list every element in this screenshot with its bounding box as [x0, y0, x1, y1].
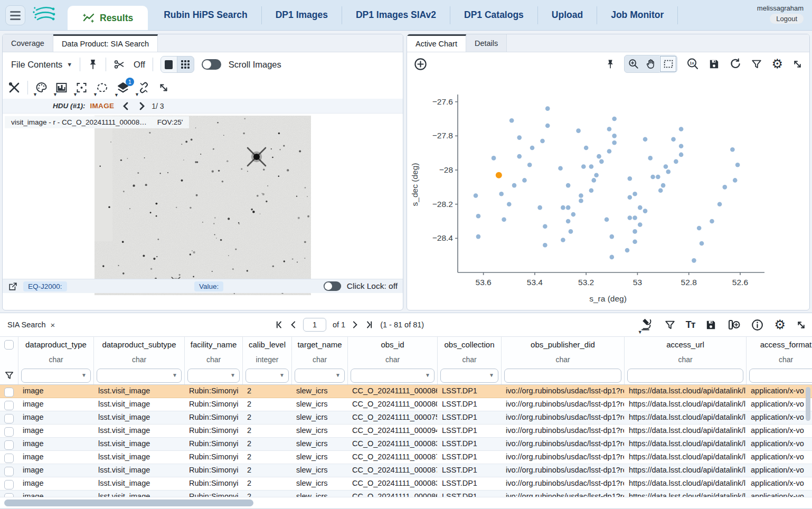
wcs-match-button[interactable]: ▼	[137, 81, 151, 94]
chart-settings-button[interactable]: ⚙	[771, 58, 783, 70]
table-horizontal-scrollbar-track[interactable]	[0, 497, 812, 508]
pin-image-button[interactable]	[88, 59, 98, 70]
column-header-target_name[interactable]: target_namechar▼	[292, 337, 348, 384]
column-header-calib_level[interactable]: calib_levelinteger▼	[243, 337, 292, 384]
filter-select-target_name[interactable]: ▼	[295, 369, 345, 383]
data-point-results[interactable]	[589, 164, 594, 169]
stretch-histogram-button[interactable]: ▼	[55, 81, 68, 94]
data-point-results[interactable]	[499, 192, 504, 196]
data-point-results[interactable]	[584, 146, 589, 150]
data-point-results[interactable]	[517, 154, 522, 159]
data-point-results[interactable]	[735, 163, 740, 167]
data-point-results[interactable]	[476, 234, 481, 239]
data-point-results[interactable]	[661, 183, 666, 188]
data-point-results[interactable]	[697, 226, 702, 231]
table-tab-sia-search[interactable]: SIA Search ×	[0, 321, 62, 329]
data-point-results[interactable]	[594, 173, 599, 177]
data-point-results[interactable]	[656, 175, 660, 180]
first-page-button[interactable]	[275, 321, 283, 329]
table-row[interactable]: imagelsst.visit_imageRubin:Simonyi2slew_…	[0, 425, 812, 438]
pin-chart-button[interactable]	[606, 59, 615, 70]
select-all-checkbox[interactable]	[4, 340, 14, 350]
data-point-results[interactable]	[628, 195, 632, 200]
table-row[interactable]: imagelsst.visit_imageRubin:Simonyi2slew_…	[0, 451, 812, 464]
data-point-results[interactable]	[730, 147, 735, 152]
data-point-results[interactable]	[609, 234, 614, 239]
column-header-facility_name[interactable]: facility_namechar▼	[185, 337, 243, 384]
tab-job-monitor[interactable]: Job Monitor	[597, 6, 678, 24]
data-point-results[interactable]	[612, 134, 617, 138]
data-point-results[interactable]	[527, 163, 532, 167]
data-point-results[interactable]	[517, 135, 522, 140]
tab-dp1-catalogs[interactable]: DP1 Catalogs	[450, 6, 538, 24]
add-chart-button[interactable]	[413, 57, 428, 71]
tab-details[interactable]: Details	[466, 34, 507, 52]
row-checkbox[interactable]	[4, 480, 14, 489]
data-point-results[interactable]	[605, 217, 609, 222]
data-point-results[interactable]	[700, 241, 704, 246]
data-point-results[interactable]	[569, 229, 573, 234]
data-point-results[interactable]	[591, 178, 596, 183]
data-point-results[interactable]	[566, 205, 571, 210]
data-point-results[interactable]	[658, 188, 663, 193]
tab-coverage[interactable]: Coverage	[3, 34, 53, 52]
data-point-results[interactable]	[679, 153, 684, 157]
click-lock-toggle[interactable]	[324, 281, 341, 291]
data-point-selected[interactable]	[496, 172, 502, 178]
tab-active-chart[interactable]: Active Chart	[407, 34, 466, 52]
data-point-results[interactable]	[589, 188, 594, 193]
data-point-results[interactable]	[612, 117, 617, 121]
data-point-results[interactable]	[666, 169, 671, 174]
data-point-results[interactable]	[537, 205, 542, 210]
single-view-button[interactable]	[161, 56, 177, 72]
zoom-original-button[interactable]: 1x	[686, 58, 699, 70]
tab-rubin-hips-search[interactable]: Rubin HiPS Search	[150, 6, 262, 24]
hdu-next-button[interactable]	[138, 102, 146, 110]
data-point-results[interactable]	[566, 219, 571, 224]
data-point-results[interactable]	[648, 156, 653, 161]
data-point-results[interactable]	[566, 183, 571, 188]
data-point-results[interactable]	[632, 192, 637, 196]
table-horizontal-scrollbar-thumb[interactable]	[4, 499, 253, 506]
data-point-results[interactable]	[561, 205, 565, 210]
column-header-access_url[interactable]: access_urlchar	[625, 337, 747, 384]
table-row[interactable]: imagelsst.visit_imageRubin:Simonyi2slew_…	[0, 477, 812, 491]
text-view-button[interactable]: Tт	[686, 319, 695, 331]
data-point-results[interactable]	[579, 193, 583, 198]
data-point-results[interactable]	[571, 212, 576, 217]
tab-data-product-sia-search[interactable]: Data Product: SIA Search	[53, 34, 158, 52]
column-header-dataproduct_type[interactable]: dataproduct_typechar▼	[18, 337, 94, 384]
data-point-results[interactable]	[607, 149, 612, 154]
page-number-input[interactable]	[303, 318, 326, 332]
filter-chart-button[interactable]	[751, 58, 762, 70]
data-point-results[interactable]	[476, 214, 481, 219]
row-checkbox[interactable]	[4, 440, 14, 450]
recenter-button[interactable]: ▼	[75, 81, 88, 94]
filter-select-dataproduct_subtype[interactable]: ▼	[97, 369, 182, 383]
data-point-results[interactable]	[710, 219, 714, 224]
tab-dp1-images-siav2[interactable]: DP1 Images SIAv2	[342, 6, 450, 24]
data-point-results[interactable]	[507, 202, 512, 206]
expand-table-button[interactable]	[796, 319, 807, 331]
table-vertical-scrollbar[interactable]	[806, 387, 810, 421]
data-point-results[interactable]	[674, 159, 678, 164]
data-point-results[interactable]	[628, 176, 632, 181]
table-row[interactable]: imagelsst.visit_imageRubin:Simonyi2slew_…	[0, 385, 812, 398]
filter-input-access_url[interactable]	[627, 369, 743, 383]
data-point-results[interactable]	[545, 106, 550, 111]
data-point-results[interactable]	[612, 140, 617, 145]
table-settings-button[interactable]: ⚙	[774, 318, 786, 331]
color-table-button[interactable]: ▼	[35, 81, 48, 94]
row-checkbox[interactable]	[4, 401, 14, 410]
table-info-button[interactable]	[751, 318, 764, 332]
table-row[interactable]: imagelsst.visit_imageRubin:Simonyi2slew_…	[0, 398, 812, 411]
data-point-results[interactable]	[540, 139, 545, 144]
column-header-obs_id[interactable]: obs_idchar▼	[348, 337, 438, 384]
row-checkbox[interactable]	[4, 414, 14, 423]
data-point-results[interactable]	[597, 154, 601, 159]
data-point-results[interactable]	[643, 137, 648, 142]
close-icon[interactable]: ×	[51, 321, 55, 329]
filter-input-obs_publisher_did[interactable]	[504, 369, 621, 383]
fits-image-viewer[interactable]: visit_image - r - CC_O_20241111_00008… F…	[3, 114, 403, 295]
data-point-results[interactable]	[628, 215, 632, 220]
